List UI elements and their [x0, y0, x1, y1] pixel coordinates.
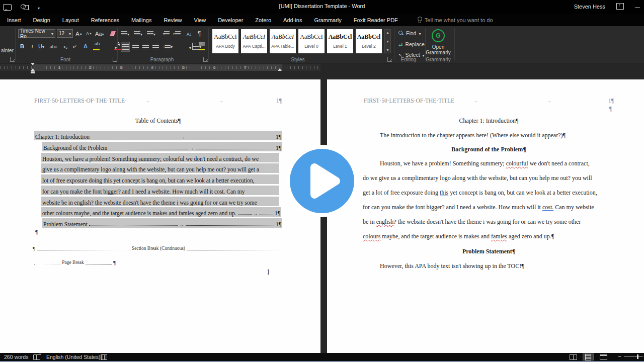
- decrease-indent-button[interactable]: ◂: [162, 29, 170, 38]
- show-formatting-marks-button[interactable]: [195, 29, 203, 38]
- font-size-combo[interactable]: 12: [57, 29, 73, 38]
- hanging-indent-marker[interactable]: [31, 68, 35, 71]
- gallery-more-icon[interactable]: ▼: [386, 48, 389, 52]
- tab-mailings[interactable]: Mailings: [131, 17, 151, 23]
- style-apa-capti[interactable]: AaBbCcIAPA Capti...: [241, 29, 267, 53]
- style-sample: AaBbCcI: [241, 33, 267, 41]
- user-name: Steven Hess: [574, 4, 605, 10]
- paragraph-mark: ¶: [33, 245, 35, 251]
- horizontal-ruler[interactable]: 1234567: [0, 64, 320, 71]
- style-name: Level 2: [356, 44, 382, 49]
- styles-dialog-launcher-icon[interactable]: [387, 57, 392, 62]
- find-button[interactable]: Find: [398, 30, 421, 36]
- align-left-button[interactable]: [121, 42, 130, 52]
- left-indent-marker[interactable]: [31, 71, 35, 73]
- clipboard-dialog-launcher-icon[interactable]: [10, 57, 15, 62]
- zoom-out-button[interactable]: −: [618, 353, 621, 360]
- font-dialog-launcher-icon[interactable]: [113, 57, 117, 62]
- toc-row: Houston, we have a problem! Something su…: [41, 153, 279, 162]
- gallery-down-icon[interactable]: ▼: [386, 40, 389, 43]
- tab-review[interactable]: Review: [164, 17, 182, 23]
- zoom-slider-handle[interactable]: [637, 354, 638, 359]
- word-window: [UMI] Dissertation Template - Word Steve…: [0, 0, 644, 362]
- italic-button[interactable]: [28, 42, 36, 51]
- style-level-0[interactable]: AaBbCcILevel 0: [298, 29, 325, 53]
- tab-mark: →: [473, 98, 478, 104]
- grow-font-button[interactable]: ▲: [75, 29, 83, 38]
- toc-row: website be in english? the website doesn…: [41, 197, 279, 206]
- numbering-button[interactable]: [134, 29, 142, 38]
- text-effects-button[interactable]: [82, 42, 90, 51]
- tab-layout[interactable]: Layout: [62, 17, 79, 23]
- justify-button[interactable]: [151, 42, 159, 51]
- sort-button[interactable]: [185, 29, 193, 38]
- chevron-down-icon: [51, 31, 53, 36]
- open-grammarly-button[interactable]: OpenGrammarly: [424, 44, 452, 55]
- toc-page-number: 1¶: [276, 221, 281, 227]
- minimize-button[interactable]: [635, 4, 640, 10]
- body-line: colours maybe, and the target audience i…: [363, 233, 554, 240]
- tab-foxit-reader-pdf[interactable]: Foxit Reader PDF: [354, 17, 398, 23]
- underline-button[interactable]: [37, 42, 45, 51]
- tab-design[interactable]: Design: [33, 17, 50, 23]
- clear-formatting-icon[interactable]: [109, 29, 117, 38]
- word-count[interactable]: 260 words: [4, 354, 28, 360]
- style-sample: AaBbCcl: [327, 33, 353, 41]
- tab-zotero[interactable]: Zotero: [255, 17, 271, 23]
- ruler-number: 4: [151, 65, 153, 70]
- first-line-indent-marker[interactable]: [31, 63, 35, 65]
- tab-add-ins[interactable]: Add-ins: [283, 17, 302, 23]
- styles-gallery-scroll[interactable]: ▲ ▼ ▼: [384, 29, 391, 53]
- tell-me-box[interactable]: Tell me what you want to do: [417, 17, 493, 23]
- macro-record-icon[interactable]: [101, 354, 107, 361]
- style-level-2[interactable]: AaBbCclLevel 2: [356, 29, 382, 53]
- document-page-2[interactable]: FIRST·50·LETTERS·OF·THE·TITLE → → 1¶ ¶ C…: [327, 79, 644, 353]
- document-page-1[interactable]: FIRST·50·LETTERS·OF·THE·TITLE· → → 1¶ Ta…: [0, 79, 320, 353]
- print-layout-button[interactable]: [583, 353, 594, 360]
- font-name-combo[interactable]: Times New Ro: [18, 29, 55, 38]
- language-indicator[interactable]: English (United States): [46, 354, 100, 360]
- proofing-errors-icon[interactable]: [33, 354, 40, 361]
- right-indent-marker[interactable]: [278, 68, 282, 71]
- toc-page-number: 1¶: [276, 134, 281, 140]
- change-case-button[interactable]: [95, 29, 104, 38]
- line-spacing-button[interactable]: ↕: [163, 42, 173, 51]
- tab-grammarly[interactable]: Grammarly: [314, 17, 341, 23]
- replace-button[interactable]: Replace: [398, 41, 425, 47]
- section-break: ¶ Section Break (Continuous): [33, 245, 282, 251]
- subscript-button[interactable]: [61, 42, 69, 51]
- superscript-button[interactable]: [70, 42, 78, 51]
- shrink-font-button[interactable]: ▼: [85, 29, 93, 38]
- tab-insert[interactable]: Insert: [7, 17, 21, 23]
- align-right-button[interactable]: [141, 42, 149, 51]
- status-bar: 260 words English (United States) −: [0, 353, 644, 361]
- borders-button[interactable]: [192, 42, 201, 51]
- multilevel-list-button[interactable]: [147, 29, 155, 38]
- toc-title: Table of Contents¶: [34, 117, 282, 125]
- style-apa-table[interactable]: AaBbCcIAPA Table...: [270, 29, 296, 53]
- bold-button[interactable]: [18, 42, 26, 51]
- web-layout-button[interactable]: [598, 353, 609, 360]
- ribbon-display-options-icon[interactable]: [616, 3, 624, 10]
- bullets-button[interactable]: [121, 29, 129, 38]
- style-apa-body[interactable]: AaBbCcIAPA Body: [212, 29, 238, 53]
- align-center-button[interactable]: [131, 42, 139, 51]
- text-highlight-color-button[interactable]: ab: [93, 42, 101, 50]
- font-color-caret-icon[interactable]: [112, 43, 120, 52]
- tab-developer[interactable]: Developer: [218, 17, 243, 23]
- ruler-number: 6: [213, 65, 215, 70]
- increase-indent-button[interactable]: ▸: [173, 29, 181, 38]
- paragraph-mark: ¶: [113, 259, 116, 265]
- read-mode-button[interactable]: [568, 353, 579, 360]
- video-play-button[interactable]: [284, 143, 360, 219]
- paragraph-dialog-launcher-icon[interactable]: [203, 57, 208, 62]
- tab-view[interactable]: View: [194, 17, 206, 23]
- chevron-down-icon: [419, 30, 421, 36]
- zoom-slider[interactable]: [624, 356, 643, 357]
- format-painter-partial-label[interactable]: ainter: [1, 48, 14, 53]
- gallery-up-icon[interactable]: ▲: [386, 31, 389, 34]
- style-level-1[interactable]: AaBbCclLevel 1: [327, 29, 353, 53]
- grammarly-logo-icon[interactable]: G: [432, 29, 445, 42]
- tab-references[interactable]: References: [91, 17, 119, 23]
- strikethrough-button[interactable]: [49, 42, 57, 51]
